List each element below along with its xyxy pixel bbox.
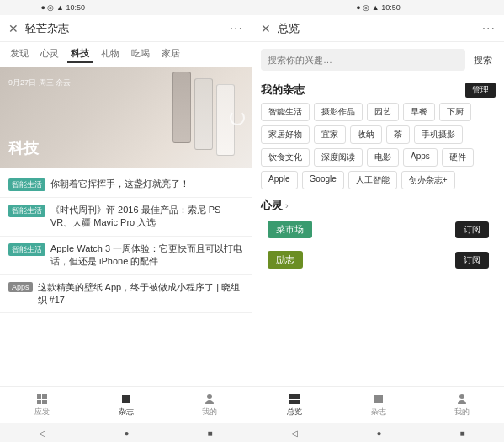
profile-icon-right xyxy=(454,393,470,405)
tag-apps[interactable]: Apps xyxy=(403,148,438,167)
status-bar-left: ● ◎ ▲ 10:50 xyxy=(0,0,252,15)
more-icon-right[interactable]: ··· xyxy=(482,21,496,36)
tag-movies[interactable]: 电影 xyxy=(367,148,399,167)
xinling-title: 心灵 xyxy=(261,198,283,213)
article-item-1[interactable]: 智能生活 你朝着它挥挥手，这盏灯就亮了！ xyxy=(0,172,252,198)
bottom-nav-magazine[interactable]: 杂志 xyxy=(84,393,168,418)
android-nav-right: ◁ ● ■ xyxy=(252,423,504,442)
tab-discover[interactable]: 发现 xyxy=(7,45,32,63)
article-title-1: 你朝着它挥挥手，这盏灯就亮了！ xyxy=(50,178,243,190)
tag-hardware[interactable]: 硬件 xyxy=(442,148,474,167)
article-item-3[interactable]: 智能生活 Apple Watch 3 一周体验：它更快而且可以打电话，但还是 i… xyxy=(0,237,252,275)
subscribe-btn-caishichang[interactable]: 订阅 xyxy=(455,221,489,238)
tab-eat[interactable]: 吃喝 xyxy=(128,45,153,63)
nav-tabs-left: 发现 心灵 科技 礼物 吃喝 家居 xyxy=(0,42,252,67)
android-nav-left: ◁ ● ■ xyxy=(0,423,252,442)
xinling-arrow[interactable]: › xyxy=(285,200,289,210)
search-input[interactable] xyxy=(261,49,465,71)
hero-date: 9月27日 周三·余云 xyxy=(8,77,71,88)
bottom-nav-mag-right[interactable]: 杂志 xyxy=(337,393,421,418)
tab-xinling[interactable]: 心灵 xyxy=(37,45,62,63)
mag-icon-right xyxy=(371,393,386,405)
tab-gift[interactable]: 礼物 xyxy=(98,45,123,63)
tag-ai[interactable]: 人工智能 xyxy=(348,171,397,189)
tag-apple[interactable]: Apple xyxy=(261,171,298,189)
status-bar-right: ● ◎ ▲ 10:50 xyxy=(252,0,504,15)
left-topbar: ✕ 轻芒杂志 ··· xyxy=(0,15,252,42)
home-btn-right[interactable]: ● xyxy=(376,429,381,438)
tag-photography[interactable]: 摄影作品 xyxy=(314,103,363,121)
tag-gardening[interactable]: 园艺 xyxy=(367,103,399,121)
bottom-nav-label-magazine: 杂志 xyxy=(119,407,134,418)
bottom-nav-label-profile: 我的 xyxy=(202,407,217,418)
recent-btn-right[interactable]: ■ xyxy=(459,429,464,438)
magazine-icon xyxy=(119,393,134,405)
hero-refresh-icon[interactable] xyxy=(230,110,245,125)
bottom-nav-right: 总览 杂志 我的 xyxy=(252,386,504,423)
tag-storage[interactable]: 收纳 xyxy=(350,125,382,144)
hero-phone-2 xyxy=(194,78,213,150)
bottom-nav-label-overview: 总览 xyxy=(287,407,302,418)
close-icon-right[interactable]: ✕ xyxy=(261,22,271,35)
right-phone-title: 总览 xyxy=(278,21,482,36)
subscribe-btn-lizhi[interactable]: 订阅 xyxy=(455,252,489,269)
discover-icon xyxy=(34,393,50,405)
tab-home[interactable]: 家居 xyxy=(158,45,183,63)
article-list: 智能生活 你朝着它挥挥手，这盏灯就亮了！ 智能生活 《时代周刊》评 2016 最… xyxy=(0,168,252,386)
bottom-nav-left: 应发 杂志 我的 xyxy=(0,386,252,423)
tag-food-culture[interactable]: 饮食文化 xyxy=(261,148,310,167)
article-tag-3: 智能生活 xyxy=(8,243,45,256)
back-btn-left[interactable]: ◁ xyxy=(39,429,45,438)
tag-cooking[interactable]: 下厨 xyxy=(439,103,471,121)
close-icon-left[interactable]: ✕ xyxy=(8,22,19,35)
bottom-nav-profile-right[interactable]: 我的 xyxy=(420,393,504,418)
overview-icon xyxy=(287,393,302,405)
bottom-nav-label-mag-right: 杂志 xyxy=(371,407,386,418)
tag-tea[interactable]: 茶 xyxy=(386,125,410,144)
article-title-3: Apple Watch 3 一周体验：它更快而且可以打电话，但还是 iPhone… xyxy=(50,242,243,269)
xinling-header: 心灵 › xyxy=(252,194,504,216)
right-topbar: ✕ 总览 ··· xyxy=(252,15,504,42)
hero-image: 9月27日 周三·余云 科技 xyxy=(0,67,252,168)
bottom-nav-profile[interactable]: 我的 xyxy=(167,393,252,418)
right-phone: ● ◎ ▲ 10:50 ✕ 总览 ··· 搜索 我的杂志 管理 智能生活 摄影作… xyxy=(252,0,504,442)
hero-decoration xyxy=(172,72,235,156)
tag-create[interactable]: 创办杂志+ xyxy=(401,171,455,189)
article-tag-4: Apps xyxy=(8,282,33,292)
bottom-nav-overview[interactable]: 总览 xyxy=(252,393,337,418)
tag-deep-read[interactable]: 深度阅读 xyxy=(314,148,363,167)
bottom-nav-discover[interactable]: 应发 xyxy=(0,393,84,418)
status-time-left: ● ◎ ▲ 10:50 xyxy=(0,0,126,15)
manage-button[interactable]: 管理 xyxy=(465,83,496,98)
tag-mobile-photo[interactable]: 手机摄影 xyxy=(414,125,463,144)
bottom-nav-label-discover: 应发 xyxy=(34,407,50,418)
tab-tech[interactable]: 科技 xyxy=(67,45,93,63)
left-phone-title: 轻芒杂志 xyxy=(25,21,230,36)
hero-phone-1 xyxy=(172,72,191,143)
left-phone: ● ◎ ▲ 10:50 ✕ 轻芒杂志 ··· 发现 心灵 科技 礼物 吃喝 家居… xyxy=(0,0,252,442)
back-btn-right[interactable]: ◁ xyxy=(291,429,298,438)
sub-tag-caishichang[interactable]: 菜市场 xyxy=(268,221,312,238)
subscription-caishichang: 菜市场 订阅 xyxy=(261,216,496,242)
home-btn-left[interactable]: ● xyxy=(124,429,129,438)
sub-tag-lizhi[interactable]: 励志 xyxy=(268,251,303,269)
article-item-4[interactable]: Apps 这款精美的壁纸 App，终于被做成小程序了 | 晓组织 #17 xyxy=(0,275,252,314)
tag-smart-life[interactable]: 智能生活 xyxy=(261,103,310,121)
tag-ikea[interactable]: 宜家 xyxy=(314,125,346,144)
hero-label: 科技 xyxy=(8,138,39,158)
tag-home-goods[interactable]: 家居好物 xyxy=(261,125,310,144)
status-time-right: ● ◎ ▲ 10:50 xyxy=(252,0,504,15)
search-button[interactable]: 搜索 xyxy=(470,52,496,68)
my-magazine-header: 我的杂志 管理 xyxy=(252,77,504,101)
article-title-2: 《时代周刊》评 2016 最佳产品：索尼 PS VR、大疆 Mavic Pro … xyxy=(50,204,243,230)
article-tag-2: 智能生活 xyxy=(8,205,45,217)
search-area: 搜索 xyxy=(252,42,504,77)
recent-btn-left[interactable]: ■ xyxy=(207,429,212,438)
subscription-lizhi: 励志 订阅 xyxy=(261,247,496,273)
article-item-2[interactable]: 智能生活 《时代周刊》评 2016 最佳产品：索尼 PS VR、大疆 Mavic… xyxy=(0,198,252,237)
bottom-nav-label-profile-right: 我的 xyxy=(454,407,470,418)
tag-breakfast[interactable]: 早餐 xyxy=(403,103,435,121)
more-icon-left[interactable]: ··· xyxy=(230,21,243,36)
tag-google[interactable]: Google xyxy=(302,171,344,189)
profile-icon xyxy=(202,393,217,405)
